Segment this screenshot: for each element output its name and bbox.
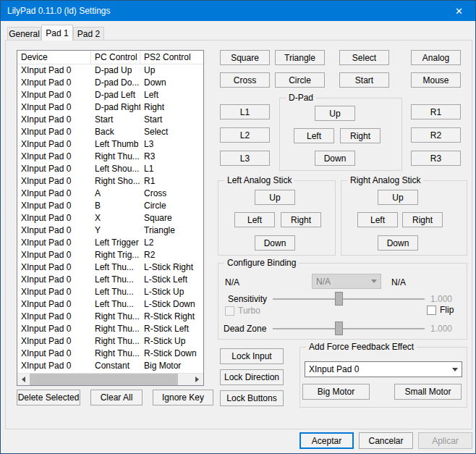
horizontal-scrollbar[interactable] xyxy=(17,373,203,385)
column-header-device[interactable]: Device xyxy=(17,51,91,64)
delete-selected-button[interactable]: Delete Selected xyxy=(17,390,80,405)
r2-button[interactable]: R2 xyxy=(411,127,461,143)
square-button[interactable]: Square xyxy=(220,50,270,65)
table-row[interactable]: XInput Pad 0 A Cross xyxy=(17,188,203,200)
column-header-pc-control[interactable]: PC Control xyxy=(91,51,140,64)
table-row[interactable]: XInput Pad 0 D-pad Right Right xyxy=(17,101,203,114)
select-button[interactable]: Select xyxy=(339,50,389,65)
clear-all-button[interactable]: Clear All xyxy=(90,390,143,405)
table-row[interactable]: XInput Pad 0 D-pad Left Left xyxy=(17,89,203,101)
close-button[interactable]: ✕ xyxy=(443,1,475,21)
cell-pc-control: Right Thu... xyxy=(91,348,140,360)
cell-device: XInput Pad 0 xyxy=(17,249,91,261)
table-row[interactable]: XInput Pad 0 Right Thu... R-Stick Left xyxy=(17,323,203,335)
tab-pad2[interactable]: Pad 2 xyxy=(73,27,104,41)
force-feedback-device-combobox[interactable]: XInput Pad 0 xyxy=(305,361,462,377)
sensitivity-slider[interactable] xyxy=(273,292,425,306)
r1-button[interactable]: R1 xyxy=(411,104,461,119)
configure-binding-group-label: Configure Binding xyxy=(224,258,299,268)
scrollbar-track[interactable] xyxy=(30,374,191,386)
table-row[interactable]: XInput Pad 0 Right Thu... R-Stick Up xyxy=(17,335,203,348)
bindings-list[interactable]: Device PC Control PS2 Control XInput Pad… xyxy=(17,50,204,386)
tab-pad1[interactable]: Pad 1 xyxy=(41,25,73,41)
accept-button[interactable]: Aceptar xyxy=(299,432,354,449)
big-motor-button[interactable]: Big Motor xyxy=(302,384,370,400)
flip-checkbox-box[interactable] xyxy=(427,306,436,315)
left-stick-down-button[interactable]: Down xyxy=(255,235,295,251)
table-row[interactable]: XInput Pad 0 Right Sho... R1 xyxy=(17,175,203,188)
table-row[interactable]: XInput Pad 0 Right Thu... R-Stick Right xyxy=(17,311,203,323)
table-row[interactable]: XInput Pad 0 Start Start xyxy=(17,114,203,126)
table-row[interactable]: XInput Pad 0 Left Thumb L3 xyxy=(17,138,203,151)
dpad-up-button[interactable]: Up xyxy=(315,106,355,121)
lock-buttons-button[interactable]: Lock Buttons xyxy=(220,390,284,406)
chevron-down-icon xyxy=(449,368,462,371)
cell-ps2-control: L3 xyxy=(140,138,203,151)
flip-checkbox[interactable]: Flip xyxy=(427,305,454,315)
dpad-right-button[interactable]: Right xyxy=(340,128,381,143)
cell-pc-control: Back xyxy=(91,126,140,138)
table-row[interactable]: XInput Pad 0 Left Shou... L1 xyxy=(17,163,203,175)
table-row[interactable]: XInput Pad 0 B Circle xyxy=(17,200,203,212)
force-feedback-device-value: XInput Pad 0 xyxy=(305,364,449,374)
triangle-button[interactable]: Triangle xyxy=(275,50,325,65)
right-stick-right-button[interactable]: Right xyxy=(402,212,443,227)
table-row[interactable]: XInput Pad 0 Left Thu... L-Stick Up xyxy=(17,286,203,298)
r3-button[interactable]: R3 xyxy=(411,151,461,166)
table-row[interactable]: XInput Pad 0 D-pad Up Up xyxy=(17,64,203,77)
titlebar[interactable]: LilyPad 0.11.0 (ld) Settings ✕ xyxy=(1,1,475,21)
table-row[interactable]: XInput Pad 0 Constant Big Motor xyxy=(17,360,203,372)
column-header-ps2-control[interactable]: PS2 Control xyxy=(140,51,203,64)
ignore-key-button[interactable]: Ignore Key xyxy=(153,390,213,405)
circle-button[interactable]: Circle xyxy=(275,72,325,88)
sensitivity-label: Sensitivity xyxy=(228,294,267,304)
table-row[interactable]: XInput Pad 0 Back Select xyxy=(17,126,203,138)
cell-pc-control: Right Trig... xyxy=(91,249,140,261)
deadzone-slider-thumb[interactable] xyxy=(335,321,343,335)
deadzone-slider-track[interactable] xyxy=(273,328,425,329)
start-button[interactable]: Start xyxy=(339,72,389,88)
table-row[interactable]: XInput Pad 0 Right Thu... R-Stick Down xyxy=(17,348,203,360)
small-motor-button[interactable]: Small Motor xyxy=(394,384,462,400)
left-stick-right-button[interactable]: Right xyxy=(281,212,321,227)
l2-button[interactable]: L2 xyxy=(220,127,270,143)
table-row[interactable]: XInput Pad 0 Left Thu... L-Stick Down xyxy=(17,298,203,311)
cancel-button[interactable]: Cancelar xyxy=(359,432,413,449)
turbo-checkbox-box xyxy=(225,306,234,316)
lilypad-settings-window: LilyPad 0.11.0 (ld) Settings ✕ General P… xyxy=(0,0,476,454)
left-stick-left-button[interactable]: Left xyxy=(234,212,275,227)
table-row[interactable]: XInput Pad 0 X Square xyxy=(17,212,203,224)
table-row[interactable]: XInput Pad 0 D-pad Do... Down xyxy=(17,77,203,89)
l1-button[interactable]: L1 xyxy=(220,104,270,119)
dpad-left-button[interactable]: Left xyxy=(294,128,334,143)
table-row[interactable]: XInput Pad 0 Left Trigger L2 xyxy=(17,237,203,249)
sensitivity-slider-track[interactable] xyxy=(273,298,425,300)
right-stick-left-button[interactable]: Left xyxy=(357,212,398,227)
table-row[interactable]: XInput Pad 0 Left Thu... L-Stick Left xyxy=(17,274,203,286)
cross-button[interactable]: Cross xyxy=(220,72,270,88)
scroll-left-button[interactable] xyxy=(17,374,30,386)
scroll-right-button[interactable] xyxy=(191,374,203,386)
right-stick-up-button[interactable]: Up xyxy=(378,190,418,205)
left-stick-up-button[interactable]: Up xyxy=(255,190,295,205)
table-row[interactable]: XInput Pad 0 Left Thu... L-Stick Right xyxy=(17,261,203,274)
analog-button[interactable]: Analog xyxy=(411,50,461,65)
cell-pc-control: Left Shou... xyxy=(91,163,140,175)
lock-input-button[interactable]: Lock Input xyxy=(220,348,284,364)
cell-ps2-control: L-Stick Up xyxy=(140,286,203,298)
table-row[interactable]: XInput Pad 0 Right Trig... R2 xyxy=(17,249,203,261)
sensitivity-slider-thumb[interactable] xyxy=(335,292,343,306)
scroll-left-icon xyxy=(22,377,25,382)
lock-direction-button[interactable]: Lock Direction xyxy=(220,369,284,385)
table-row[interactable]: XInput Pad 0 Right Thu... R3 xyxy=(17,151,203,163)
deadzone-slider[interactable] xyxy=(273,321,425,336)
right-stick-down-button[interactable]: Down xyxy=(378,235,418,251)
table-row[interactable]: XInput Pad 0 Y Triangle xyxy=(17,224,203,237)
cell-pc-control: Left Thumb xyxy=(91,138,140,151)
bindings-rows: XInput Pad 0 D-pad Up Up XInput Pad 0 D-… xyxy=(17,64,203,373)
l3-button[interactable]: L3 xyxy=(220,151,270,166)
scrollbar-thumb[interactable] xyxy=(30,374,178,386)
dpad-down-button[interactable]: Down xyxy=(315,151,355,166)
mouse-button[interactable]: Mouse xyxy=(411,72,461,88)
tab-general[interactable]: General xyxy=(7,27,41,41)
